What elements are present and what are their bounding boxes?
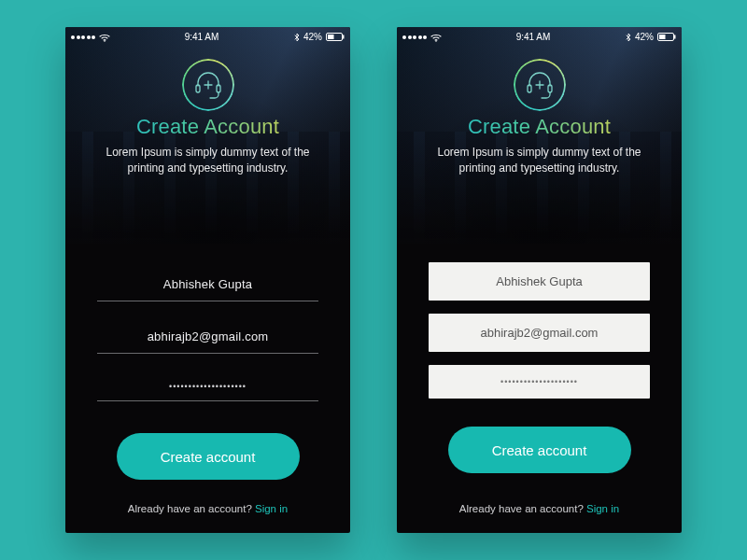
password-field[interactable] xyxy=(429,365,650,399)
page-title: Create Account xyxy=(468,115,611,139)
status-battery-pct: 42% xyxy=(303,32,322,42)
sign-in-link[interactable]: Sign in xyxy=(586,503,619,514)
cellular-signal-icon xyxy=(402,35,427,39)
create-account-button[interactable]: Create account xyxy=(448,427,631,473)
page-title: Create Account xyxy=(136,115,279,139)
create-account-button[interactable]: Create account xyxy=(117,433,300,480)
footer-prompt: Already have an account? xyxy=(459,503,586,514)
sign-in-link[interactable]: Sign in xyxy=(255,503,288,514)
status-time: 9:41 AM xyxy=(441,32,626,42)
status-battery-pct: 42% xyxy=(635,32,654,42)
footer-prompt: Already have an account? xyxy=(128,503,255,514)
email-field[interactable] xyxy=(97,320,318,354)
signup-form: Create account xyxy=(397,244,682,503)
svg-rect-3 xyxy=(343,35,345,39)
signup-screen-variant-filled: 9:41 AM 42% xyxy=(397,27,682,533)
hero-banner: 9:41 AM 42% xyxy=(397,27,682,244)
svg-rect-11 xyxy=(674,35,676,39)
status-time: 9:41 AM xyxy=(109,32,294,42)
wifi-icon xyxy=(430,34,441,41)
status-bar: 9:41 AM 42% xyxy=(397,27,682,44)
headset-plus-icon xyxy=(182,59,234,111)
svg-point-8 xyxy=(435,40,437,42)
battery-icon xyxy=(657,33,676,41)
hero-banner: 9:41 AM 42% xyxy=(65,27,350,244)
page-subtitle: Lorem Ipsum is simply dummy text of the … xyxy=(397,145,682,177)
wifi-icon xyxy=(99,34,109,41)
bluetooth-icon xyxy=(626,33,631,42)
password-field[interactable] xyxy=(97,372,318,401)
name-field[interactable] xyxy=(429,262,650,301)
headset-plus-icon xyxy=(514,59,566,111)
footer: Already have an account? Sign in xyxy=(65,503,350,533)
battery-icon xyxy=(326,33,345,41)
svg-point-0 xyxy=(104,40,106,42)
email-field[interactable] xyxy=(429,314,650,352)
svg-rect-2 xyxy=(328,35,334,39)
name-field[interactable] xyxy=(97,268,318,301)
cellular-signal-icon xyxy=(71,35,95,39)
page-subtitle: Lorem Ipsum is simply dummy text of the … xyxy=(65,145,350,177)
footer: Already have an account? Sign in xyxy=(397,503,682,533)
bluetooth-icon xyxy=(294,33,300,42)
signup-screen-variant-underline: 9:41 AM 42% xyxy=(65,27,350,533)
signup-form: Create account xyxy=(65,244,350,503)
status-bar: 9:41 AM 42% xyxy=(65,27,350,44)
svg-rect-10 xyxy=(659,35,666,39)
